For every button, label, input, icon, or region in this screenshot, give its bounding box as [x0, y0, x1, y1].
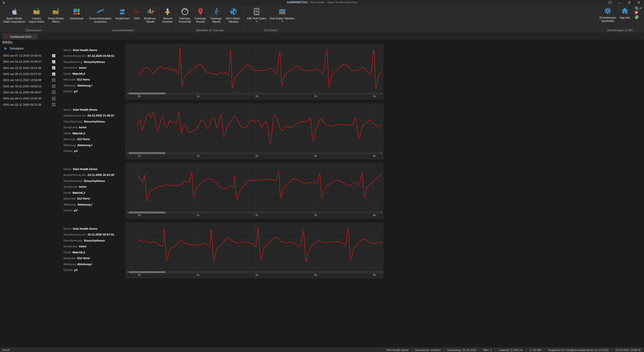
analyze-health-data-button[interactable]: Gesundheitsdaten auswerten	[87, 6, 113, 23]
page-title: EKGs	[3, 40, 12, 44]
ekg-chart-panel: ◂ + ▸ 0s1s2s3s4s	[126, 163, 383, 218]
close-button[interactable]	[634, 0, 643, 5]
training-table-button[interactable]: Trainings- Tabelle	[209, 6, 224, 23]
meta-value: 23.11.2020 16:51:05	[88, 173, 114, 176]
scroll-right-arrow[interactable]: ▸	[380, 92, 382, 94]
compare-button[interactable]: Vergleichen	[113, 6, 132, 20]
globe-icon	[230, 7, 237, 16]
group-label-rohdaten: Roh-Daten	[245, 28, 296, 33]
meta-value: Kiwi Health Demo	[73, 49, 97, 52]
meta-row: Ableitung:Ableitung I	[63, 261, 125, 267]
training-progress-button[interactable]: Trainings- Fortschritt	[177, 6, 193, 23]
meta-value: Watch6,2	[72, 72, 85, 75]
training-routes-button[interactable]: Trainings- Routen	[193, 6, 209, 23]
meta-label: Symptome:	[63, 66, 78, 69]
chart-scrollbar[interactable]: ◂ + ▸	[127, 211, 382, 214]
button-label: Temp-Ordner öffnen	[48, 17, 64, 23]
meta-row: Ableitung:Ableitung I	[63, 202, 125, 208]
dashboard-button[interactable]: Dashboard	[68, 6, 85, 20]
window-preview-button[interactable]	[635, 7, 641, 10]
x-tick-label: 0s	[138, 95, 141, 98]
gpx-data-tables-button[interactable]: GPX Daten- Tabellen	[224, 6, 243, 23]
meta-row: Ableitung:Ableitung I	[63, 142, 125, 148]
tab-dashboard-ekg[interactable]: Dashboard EKG ×	[3, 33, 38, 40]
create-report-button[interactable]: Bericht erstellen	[161, 6, 175, 23]
blood-pressure-table-button[interactable]: Blutdruck- Tabelle	[142, 6, 158, 23]
open-temp-folder-button[interactable]: Temp-Ordner öffnen	[46, 6, 66, 23]
meta-value: Ableitung I	[77, 144, 92, 147]
meta-row: Gerät:Watch6,2	[63, 249, 125, 255]
chart-scrollbar[interactable]: ◂ + ▸	[127, 92, 382, 95]
x-axis-labels: 0s1s2s3s4s	[126, 154, 383, 158]
import-apple-health-button[interactable]: Apple Health Daten importieren	[2, 6, 27, 23]
raw-data-tables-button[interactable]: Roh-Daten-Tabellen	[268, 6, 296, 22]
group-label-einstellungen: Einstellungen & Hilfe	[598, 28, 642, 33]
page-copies-button[interactable]: 1	[635, 15, 641, 19]
x-tick-label: 3s	[314, 154, 317, 157]
status-segment: 03.03.2021 19:58:06	[612, 348, 644, 351]
x-tick-label: 3s	[314, 214, 317, 217]
scroll-left-arrow[interactable]: ◂	[127, 92, 129, 94]
restore-button[interactable]	[624, 0, 634, 5]
x-tick-label: 1s	[197, 214, 200, 217]
x-tick-label: 2s	[255, 214, 258, 217]
meta-value: Kiwi Health Demo	[73, 108, 97, 111]
chart-scrollbar[interactable]: ◂ + ▸	[127, 271, 382, 273]
scroll-left-arrow[interactable]: ◂	[127, 211, 129, 213]
meta-value: µV	[74, 149, 77, 152]
meta-row: Name:Kiwi Health Demo	[63, 166, 125, 172]
ribbon-separator	[244, 7, 244, 32]
tab-close-icon[interactable]: ×	[33, 35, 35, 38]
scroll-thumb[interactable]: +	[129, 271, 165, 273]
scroll-thumb[interactable]: +	[129, 152, 165, 154]
meta-value: keine	[79, 245, 86, 248]
scroll-thumb[interactable]: +	[129, 212, 165, 213]
window-controls	[605, 0, 643, 5]
x-tick-label: 2s	[255, 95, 258, 98]
meta-label: Messrate:	[63, 138, 76, 141]
load-last-import-button[interactable]: Letzten Import laden	[27, 6, 46, 23]
xml-raw-data-button[interactable]: XML XML Roh-Daten	[245, 6, 268, 22]
meta-label: Einheit:	[63, 268, 73, 271]
meta-value: 512 Hertz	[77, 138, 90, 141]
meta-row: Aufzeichnung am:20.11.2020 20:07:51	[63, 232, 125, 238]
meta-value: Watch6,2	[72, 251, 85, 254]
svg-text:1: 1	[636, 17, 637, 19]
home-icon	[621, 6, 629, 15]
meta-row: Symptome:keine	[63, 65, 125, 71]
meta-label: Aufzeichnung am:	[63, 173, 87, 176]
meta-label: Name:	[63, 227, 72, 230]
status-segment: Geburtstag: 01.01.2020	[444, 348, 480, 351]
bar-chart-icon	[147, 7, 154, 16]
scroll-left-arrow[interactable]: ◂	[127, 271, 129, 273]
ribbon-separator	[159, 7, 160, 32]
meta-label: Gerät:	[63, 191, 71, 194]
button-label: Dashboard	[70, 17, 83, 20]
meta-row: Aufzeichnung am:04.12.2020 21:06:57	[63, 113, 125, 119]
add-window-button[interactable]	[605, 0, 615, 5]
dashboard-icon	[73, 7, 80, 16]
x-tick-label: 3s	[314, 273, 317, 276]
ekg-waveform	[126, 164, 383, 210]
scroll-thumb[interactable]: +	[129, 93, 165, 94]
button-label: App-Info	[620, 16, 630, 19]
minimize-button[interactable]	[615, 0, 624, 5]
scroll-right-arrow[interactable]: ▸	[380, 271, 382, 273]
app-info-button[interactable]: App-Info	[618, 6, 632, 28]
scroll-right-arrow[interactable]: ▸	[380, 152, 382, 154]
edit-settings-button[interactable]: Einstellungen bearbeiten	[598, 6, 618, 28]
meta-row: Klassifizierung:Sinusrhythmus	[63, 178, 125, 184]
meta-label: Symptome:	[63, 185, 78, 188]
ekg-chart-panel: ◂ + ▸ 0s1s2s3s4s	[126, 44, 383, 99]
group-label-aktivitaeten: Aktivitäten & Trainings	[177, 28, 243, 33]
chart-scrollbar[interactable]: ◂ + ▸	[127, 152, 382, 154]
scroll-left-arrow[interactable]: ◂	[127, 152, 129, 154]
ekg-waveform	[126, 45, 383, 91]
close-all-button[interactable]	[635, 11, 641, 14]
x-tick-label: 0s	[138, 154, 141, 157]
scroll-right-arrow[interactable]: ▸	[380, 211, 382, 213]
ribbon-small-buttons: 1	[633, 6, 642, 28]
meta-value: Ableitung I	[77, 84, 92, 87]
ekg-button[interactable]: EKG	[131, 6, 142, 20]
status-bar: bereit Kiwi Health DemoGeschlecht: weibl…	[0, 347, 644, 352]
